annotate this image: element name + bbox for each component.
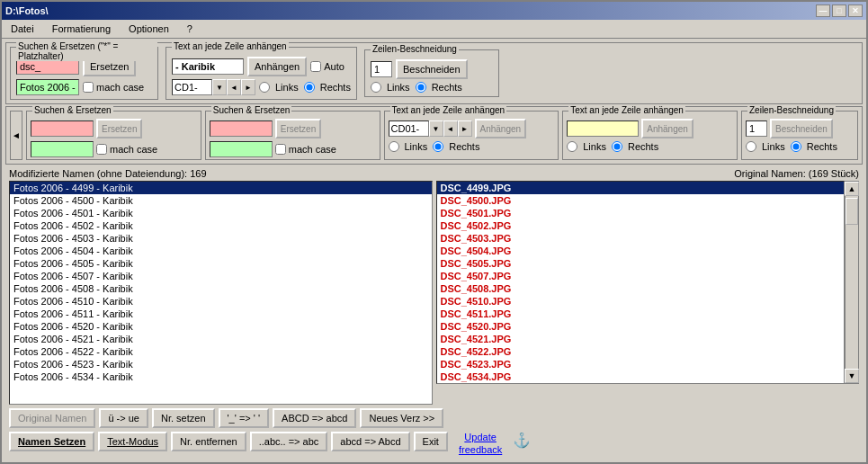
original-list-item[interactable]: DSC_4523.JPG: [437, 358, 845, 370]
modified-list-item[interactable]: Fotos 2006 - 4534 - Karibik: [10, 370, 432, 383]
cd-input[interactable]: [172, 79, 212, 95]
original-list[interactable]: DSC_4499.JPGDSC_4500.JPGDSC_4501.JPGDSC_…: [436, 181, 846, 384]
replace-input1[interactable]: [16, 79, 79, 95]
cd-combo-down[interactable]: ▼: [212, 79, 227, 95]
abcd2-button[interactable]: abcd => Abcd: [331, 432, 409, 451]
modified-list-item[interactable]: Fotos 2006 - 4507 - Karibik: [10, 270, 432, 282]
modified-list-item[interactable]: Fotos 2006 - 4508 - Karibik: [10, 282, 432, 295]
abcd-button[interactable]: ABCD => abcd: [273, 408, 356, 428]
original-list-item[interactable]: DSC_4500.JPG: [437, 194, 845, 207]
sub-search2[interactable]: [210, 120, 273, 137]
sub-cd-input[interactable]: [389, 120, 429, 137]
menu-formatierung[interactable]: Formatierung: [47, 22, 116, 36]
modified-list-item[interactable]: Fotos 2006 - 4499 - Karibik: [10, 182, 432, 194]
sub-trim-btn[interactable]: Beschneiden: [770, 119, 833, 138]
sub-replace-btn2[interactable]: Ersetzen: [275, 119, 321, 138]
sub-trim-count[interactable]: [746, 120, 767, 137]
links-trim[interactable]: [371, 82, 381, 93]
sub-cd-prev[interactable]: ◄: [443, 120, 458, 137]
sub-rechts1[interactable]: [433, 141, 443, 152]
modified-list-item[interactable]: Fotos 2006 - 4502 - Karibik: [10, 219, 432, 232]
menu-optionen[interactable]: Optionen: [123, 22, 174, 36]
scroll-down-btn[interactable]: ▼: [845, 369, 859, 383]
rechts-radio1[interactable]: [304, 82, 315, 93]
modified-list-item[interactable]: Fotos 2006 - 4501 - Karibik: [10, 207, 432, 219]
modified-list-item[interactable]: Fotos 2006 - 4505 - Karibik: [10, 257, 432, 270]
original-list-item[interactable]: DSC_4520.JPG: [437, 320, 845, 333]
sub-rechts-trim[interactable]: [791, 141, 801, 152]
cd-combo-prev[interactable]: ◄: [227, 79, 241, 95]
modified-list-item[interactable]: Fotos 2006 - 4521 - Karibik: [10, 333, 432, 345]
original-list-item[interactable]: DSC_4502.JPG: [437, 219, 845, 232]
namen-setzen-button[interactable]: Namen Setzen: [9, 432, 94, 451]
update-link[interactable]: Update: [464, 432, 496, 442]
modified-list-item[interactable]: Fotos 2006 - 4510 - Karibik: [10, 295, 432, 308]
auto-check[interactable]: [310, 61, 321, 72]
freedback-link[interactable]: freedback: [459, 444, 502, 455]
scroll-left-btn[interactable]: ◄: [10, 111, 22, 160]
modified-list-item[interactable]: Fotos 2006 - 4511 - Karibik: [10, 308, 432, 320]
modified-list-item[interactable]: Fotos 2006 - 4520 - Karibik: [10, 320, 432, 333]
neues-verz-button[interactable]: Neues Verz >>: [360, 408, 443, 428]
scroll-thumb[interactable]: [846, 198, 858, 225]
rechts-trim[interactable]: [416, 82, 426, 93]
sub-search1[interactable]: [31, 120, 94, 137]
original-list-item[interactable]: DSC_4522.JPG: [437, 345, 845, 358]
exit-button[interactable]: Exit: [414, 432, 448, 451]
nr-setzen-button[interactable]: Nr. setzen: [152, 408, 215, 428]
minimize-button[interactable]: —: [816, 4, 830, 17]
trim-count1[interactable]: [371, 61, 392, 77]
modified-list[interactable]: Fotos 2006 - 4499 - KaribikFotos 2006 - …: [9, 181, 433, 405]
lr-radio-group1: Links Rechts: [259, 82, 351, 93]
underscore-button[interactable]: '_' => ' ': [219, 408, 270, 428]
modified-list-item[interactable]: Fotos 2006 - 4504 - Karibik: [10, 245, 432, 257]
sub-match-case2[interactable]: [275, 144, 286, 155]
scroll-up-btn[interactable]: ▲: [845, 182, 859, 196]
original-list-item[interactable]: DSC_4505.JPG: [437, 257, 845, 270]
text-modus-button[interactable]: Text-Modus: [98, 432, 167, 451]
sub-replace-btn1[interactable]: Ersetzen: [96, 119, 142, 138]
modified-list-item[interactable]: Fotos 2006 - 4522 - Karibik: [10, 345, 432, 358]
match-case-check1[interactable]: [83, 82, 94, 93]
original-list-item[interactable]: DSC_4508.JPG: [437, 282, 845, 295]
sub-rechts2[interactable]: [612, 141, 622, 152]
original-list-item[interactable]: DSC_4503.JPG: [437, 232, 845, 245]
sub-match-case1[interactable]: [96, 144, 107, 155]
original-list-item[interactable]: DSC_4534.JPG: [437, 370, 845, 383]
original-list-item[interactable]: DSC_4501.JPG: [437, 207, 845, 219]
sub-cd-next[interactable]: ►: [458, 120, 472, 137]
sub-append-input2[interactable]: [567, 120, 639, 137]
original-list-item[interactable]: DSC_4510.JPG: [437, 295, 845, 308]
sub-replace2[interactable]: [210, 141, 273, 157]
close-button[interactable]: ✕: [848, 4, 863, 17]
u-ue-button[interactable]: ü -> ue: [99, 408, 148, 428]
sub-replace1[interactable]: [31, 141, 94, 157]
sub-append-btn2[interactable]: Anhängen: [641, 119, 694, 138]
cd-combo[interactable]: ▼ ◄ ►: [172, 79, 255, 95]
maximize-button[interactable]: □: [832, 4, 846, 17]
modified-list-item[interactable]: Fotos 2006 - 4523 - Karibik: [10, 358, 432, 370]
trim-button1[interactable]: Beschneiden: [396, 59, 468, 79]
abc-button[interactable]: ..abc.. => abc: [250, 432, 328, 451]
original-list-item[interactable]: DSC_4507.JPG: [437, 270, 845, 282]
cd-combo-next[interactable]: ►: [241, 79, 255, 95]
original-list-item[interactable]: DSC_4511.JPG: [437, 308, 845, 320]
original-list-item[interactable]: DSC_4521.JPG: [437, 333, 845, 345]
modified-list-item[interactable]: Fotos 2006 - 4500 - Karibik: [10, 194, 432, 207]
append-button1[interactable]: Anhängen: [247, 57, 307, 76]
scrollbar[interactable]: ▲ ▼: [845, 181, 859, 384]
sub-cd-down[interactable]: ▼: [429, 120, 443, 137]
nr-entfernen-button[interactable]: Nr. entfernen: [171, 432, 246, 451]
sub-links2[interactable]: [567, 141, 577, 152]
sub-links-trim[interactable]: [746, 141, 756, 152]
menu-help[interactable]: ?: [182, 22, 198, 36]
sub-append-btn1[interactable]: Anhängen: [475, 119, 527, 138]
sub-links1[interactable]: [389, 141, 399, 152]
append-input1[interactable]: [172, 58, 244, 75]
links-radio1[interactable]: [259, 82, 270, 93]
original-names-button[interactable]: Original Namen: [9, 408, 95, 428]
original-list-item[interactable]: DSC_4499.JPG: [437, 182, 845, 194]
menu-datei[interactable]: Datei: [5, 22, 40, 36]
original-list-item[interactable]: DSC_4504.JPG: [437, 245, 845, 257]
modified-list-item[interactable]: Fotos 2006 - 4503 - Karibik: [10, 232, 432, 245]
